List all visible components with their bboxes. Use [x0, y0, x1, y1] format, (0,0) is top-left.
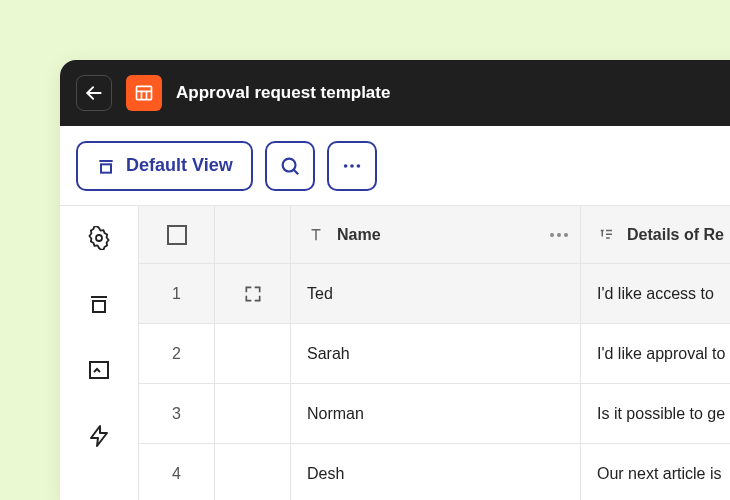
search-icon [279, 155, 301, 177]
gear-icon [87, 226, 111, 250]
table-row[interactable]: 3 Norman Is it possible to ge [139, 384, 730, 444]
sidebar [60, 206, 138, 500]
search-button[interactable] [265, 141, 315, 191]
row-number: 2 [139, 324, 215, 384]
data-table: Name Details of Re 1 Ted I'd like access… [138, 206, 730, 500]
header-checkbox-cell [139, 206, 215, 264]
table-row[interactable]: 1 Ted I'd like access to [139, 264, 730, 324]
stack-icon [87, 292, 111, 316]
sidebar-item-settings[interactable] [87, 226, 111, 250]
table-header-row: Name Details of Re [139, 206, 730, 264]
svg-marker-16 [91, 426, 107, 446]
page-title: Approval request template [176, 83, 390, 103]
expand-cell [215, 444, 291, 500]
svg-point-12 [96, 235, 102, 241]
app-window: Approval request template Default View [60, 60, 730, 500]
expand-cell [215, 384, 291, 444]
long-text-icon [597, 226, 615, 244]
select-all-checkbox[interactable] [167, 225, 187, 245]
svg-rect-14 [93, 301, 105, 312]
header-expand-cell [215, 206, 291, 264]
sidebar-item-automation[interactable] [87, 424, 111, 448]
svg-line-8 [293, 169, 298, 174]
column-label: Name [337, 226, 381, 244]
row-number: 4 [139, 444, 215, 500]
column-label: Details of Re [627, 226, 724, 244]
row-number: 1 [139, 264, 215, 324]
sidebar-item-views[interactable] [87, 292, 111, 316]
view-label: Default View [126, 155, 233, 176]
cell-details[interactable]: I'd like access to [581, 264, 730, 324]
sidebar-item-panel[interactable] [87, 358, 111, 382]
panel-icon [87, 358, 111, 382]
view-icon [96, 156, 116, 176]
more-horizontal-icon [341, 155, 363, 177]
back-button[interactable] [76, 75, 112, 111]
expand-row-button[interactable] [215, 264, 291, 324]
column-header-name[interactable]: Name [291, 206, 581, 264]
table-row[interactable]: 2 Sarah I'd like approval to [139, 324, 730, 384]
row-number: 3 [139, 384, 215, 444]
column-header-details[interactable]: Details of Re [581, 206, 730, 264]
svg-point-10 [350, 164, 354, 168]
column-menu-button[interactable] [550, 233, 568, 237]
titlebar: Approval request template [60, 60, 730, 126]
svg-point-9 [343, 164, 347, 168]
text-field-icon [307, 226, 325, 244]
content-area: Name Details of Re 1 Ted I'd like access… [60, 206, 730, 500]
lightning-icon [87, 424, 111, 448]
cell-name[interactable]: Desh [291, 444, 581, 500]
svg-rect-1 [137, 86, 152, 99]
more-button[interactable] [327, 141, 377, 191]
cell-details[interactable]: Our next article is [581, 444, 730, 500]
view-selector-button[interactable]: Default View [76, 141, 253, 191]
table-icon [134, 83, 154, 103]
toolbar: Default View [60, 126, 730, 206]
cell-name[interactable]: Sarah [291, 324, 581, 384]
expand-icon [243, 284, 263, 304]
table-row[interactable]: 4 Desh Our next article is [139, 444, 730, 500]
arrow-left-icon [84, 83, 104, 103]
expand-cell [215, 324, 291, 384]
project-icon [126, 75, 162, 111]
cell-name[interactable]: Norman [291, 384, 581, 444]
svg-point-11 [356, 164, 360, 168]
cell-details[interactable]: Is it possible to ge [581, 384, 730, 444]
cell-details[interactable]: I'd like approval to [581, 324, 730, 384]
cell-name[interactable]: Ted [291, 264, 581, 324]
svg-rect-6 [101, 164, 111, 172]
svg-point-7 [282, 158, 295, 171]
